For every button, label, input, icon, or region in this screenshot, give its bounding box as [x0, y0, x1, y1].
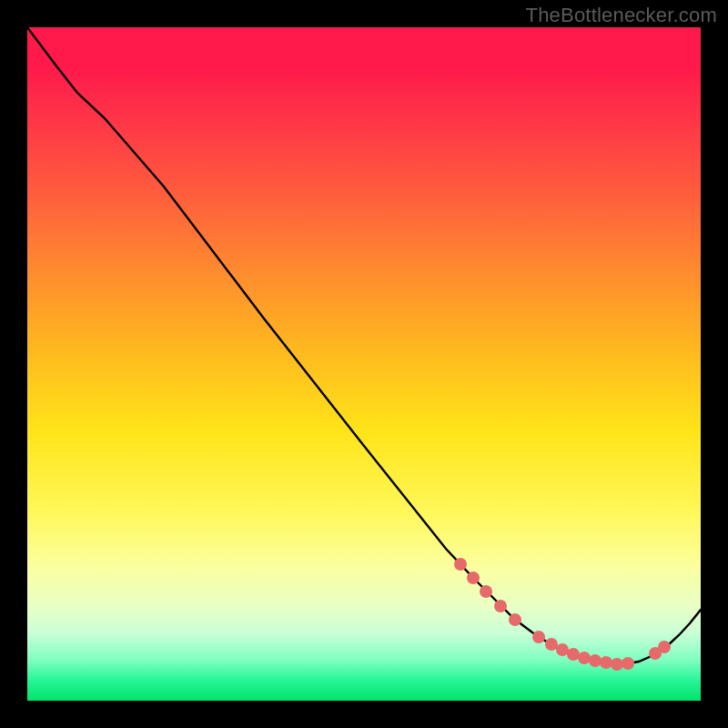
highlight-dot — [622, 657, 634, 670]
highlight-dot — [467, 571, 480, 584]
highlight-dot — [532, 631, 545, 643]
highlight-dot — [567, 648, 580, 661]
chart-overlay — [27, 27, 701, 701]
chart-stage: TheBottlenecker.com — [0, 0, 728, 728]
highlight-dot — [480, 585, 492, 598]
highlight-dot — [611, 658, 623, 671]
plot-area — [27, 27, 701, 701]
highlight-dot — [556, 643, 569, 656]
marker-group — [454, 558, 671, 671]
curve-line — [27, 27, 701, 664]
highlight-dot — [494, 600, 507, 612]
highlight-dot — [658, 641, 671, 653]
highlight-dot — [578, 652, 591, 664]
highlight-dot — [589, 654, 602, 667]
highlight-dot — [454, 558, 467, 571]
highlight-dot — [545, 638, 558, 651]
highlight-dot — [509, 613, 521, 626]
watermark-text: TheBottlenecker.com — [526, 4, 717, 27]
highlight-dot — [600, 656, 612, 669]
